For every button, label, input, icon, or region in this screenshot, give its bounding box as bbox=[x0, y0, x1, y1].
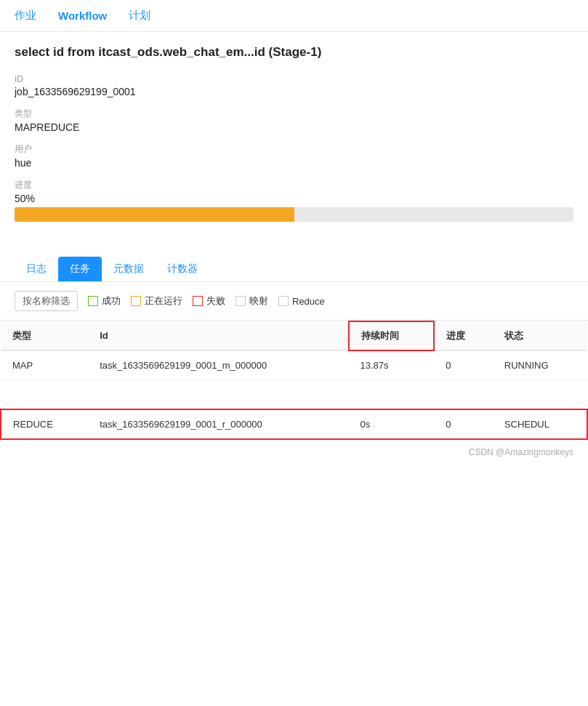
type-value: MAPREDUCE bbox=[15, 121, 573, 133]
col-status: 状态 bbox=[493, 321, 587, 350]
tabs-bar: 日志 任务 元数据 计数器 bbox=[0, 246, 588, 282]
row2-id: task_1633569629199_0001_r_000000 bbox=[88, 409, 348, 439]
row2-type: REDUCE bbox=[1, 409, 88, 439]
row1-duration: 13.87s bbox=[349, 350, 435, 380]
progress-value: 50% bbox=[15, 193, 573, 204]
info-user-row: 用户 hue bbox=[15, 143, 573, 169]
filter-running[interactable]: 正在运行 bbox=[131, 294, 182, 308]
col-progress: 进度 bbox=[434, 321, 493, 350]
row2-status: SCHEDUL bbox=[493, 409, 587, 439]
info-progress-row: 进度 50% bbox=[15, 179, 573, 222]
map-checkbox[interactable] bbox=[235, 296, 246, 306]
id-value: job_1633569629199_0001 bbox=[15, 86, 573, 97]
success-checkbox[interactable] bbox=[88, 296, 98, 306]
progress-bar-container bbox=[15, 207, 573, 222]
user-value: hue bbox=[15, 157, 573, 169]
table-header-row: 类型 Id 持续时间 进度 状态 bbox=[1, 321, 587, 350]
running-checkbox[interactable] bbox=[131, 296, 141, 306]
tab-metadata[interactable]: 元数据 bbox=[102, 257, 156, 281]
failed-checkbox[interactable] bbox=[193, 296, 203, 306]
progress-label: 进度 bbox=[15, 179, 573, 191]
type-label: 类型 bbox=[15, 108, 573, 120]
row2-duration: 0s bbox=[349, 409, 435, 439]
reduce-label: Reduce bbox=[292, 296, 325, 307]
tab-counter[interactable]: 计数器 bbox=[156, 257, 209, 281]
page-title: select id from itcast_ods.web_chat_em...… bbox=[0, 32, 588, 67]
task-table: 类型 Id 持续时间 进度 状态 MAP task_1633569629199_… bbox=[0, 321, 588, 440]
tab-log[interactable]: 日志 bbox=[15, 257, 58, 281]
success-label: 成功 bbox=[102, 294, 121, 308]
nav-workflow[interactable]: Workflow bbox=[58, 9, 107, 22]
filter-bar: 按名称筛选 成功 正在运行 失败 映射 Reduce bbox=[0, 282, 588, 321]
info-type-row: 类型 MAPREDUCE bbox=[15, 108, 573, 133]
user-label: 用户 bbox=[15, 143, 573, 156]
name-filter-button[interactable]: 按名称筛选 bbox=[15, 291, 78, 311]
filter-failed[interactable]: 失败 bbox=[193, 294, 225, 308]
spacer-row bbox=[1, 380, 587, 409]
progress-bar-fill bbox=[15, 207, 294, 222]
id-label: ID bbox=[15, 74, 573, 84]
info-id-row: ID job_1633569629199_0001 bbox=[15, 74, 573, 97]
row2-progress: 0 bbox=[434, 409, 493, 439]
failed-label: 失败 bbox=[206, 294, 225, 308]
reduce-checkbox[interactable] bbox=[278, 296, 289, 306]
info-section: ID job_1633569629199_0001 类型 MAPREDUCE 用… bbox=[0, 67, 588, 246]
running-label: 正在运行 bbox=[145, 294, 182, 308]
col-duration: 持续时间 bbox=[349, 321, 435, 350]
row1-id: task_1633569629199_0001_m_000000 bbox=[88, 350, 348, 380]
row1-progress: 0 bbox=[434, 350, 493, 380]
filter-map[interactable]: 映射 bbox=[235, 294, 268, 308]
tab-task[interactable]: 任务 bbox=[58, 257, 102, 281]
map-label: 映射 bbox=[249, 294, 268, 308]
top-nav: 作业 Workflow 计划 bbox=[0, 0, 588, 32]
nav-jobs[interactable]: 作业 bbox=[15, 9, 36, 23]
table-row: MAP task_1633569629199_0001_m_000000 13.… bbox=[1, 350, 587, 380]
table-row-highlighted: REDUCE task_1633569629199_0001_r_000000 … bbox=[1, 409, 587, 439]
watermark: CSDN @Amazingmonkeys bbox=[0, 440, 588, 465]
filter-success[interactable]: 成功 bbox=[88, 294, 121, 308]
nav-plan[interactable]: 计划 bbox=[129, 9, 150, 23]
col-type: 类型 bbox=[1, 321, 88, 350]
row1-status: RUNNING bbox=[493, 350, 587, 380]
filter-reduce[interactable]: Reduce bbox=[278, 296, 325, 307]
col-id: Id bbox=[88, 321, 348, 350]
row1-type: MAP bbox=[1, 350, 88, 380]
